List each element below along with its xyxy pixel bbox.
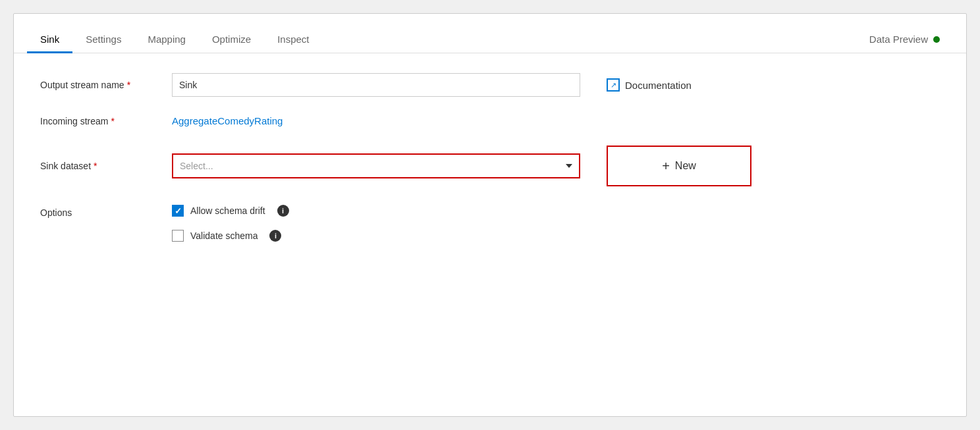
data-preview-label: Data Preview <box>869 34 928 45</box>
output-stream-input[interactable] <box>172 73 580 97</box>
sink-dataset-control: Select... <box>172 153 580 178</box>
sink-dataset-row: Sink dataset* Select... + New <box>40 146 940 186</box>
sink-dataset-select-wrapper: Select... <box>172 153 580 178</box>
validate-schema-row: Validate schema i <box>172 230 289 242</box>
incoming-stream-control: AggregateComedyRating <box>172 115 580 127</box>
tab-bar: Sink Settings Mapping Optimize Inspect D… <box>14 14 966 53</box>
required-star-sink: * <box>94 161 97 171</box>
new-button-label: New <box>675 160 696 172</box>
right-panel-new: + New <box>607 146 751 186</box>
validate-schema-checkbox[interactable] <box>172 230 184 242</box>
sink-dataset-select[interactable]: Select... <box>172 153 580 178</box>
output-stream-row: Output stream name* Documentation <box>40 73 940 97</box>
options-label: Options <box>40 205 172 218</box>
allow-schema-drift-info-icon[interactable]: i <box>277 205 289 217</box>
documentation-link[interactable]: Documentation <box>607 78 692 92</box>
right-panel-doc: Documentation <box>607 78 692 92</box>
required-star-output: * <box>127 80 130 90</box>
documentation-label: Documentation <box>625 80 692 91</box>
tab-settings[interactable]: Settings <box>72 27 134 53</box>
output-stream-control <box>172 73 580 97</box>
required-star-incoming: * <box>111 116 114 126</box>
tab-data-preview[interactable]: Data Preview <box>856 27 953 53</box>
incoming-stream-value[interactable]: AggregateComedyRating <box>172 115 283 126</box>
status-dot <box>933 36 940 43</box>
allow-schema-drift-label: Allow schema drift <box>190 205 265 216</box>
content-area: Output stream name* Documentation Incomi… <box>14 53 966 416</box>
options-controls: ✓ Allow schema drift i Validate schema i <box>172 205 289 242</box>
sink-dataset-label: Sink dataset* <box>40 161 172 171</box>
plus-icon: + <box>662 159 670 174</box>
tab-sink[interactable]: Sink <box>27 27 72 53</box>
incoming-stream-row: Incoming stream* AggregateComedyRating <box>40 115 940 127</box>
external-link-icon <box>607 78 620 92</box>
main-container: Sink Settings Mapping Optimize Inspect D… <box>13 13 967 417</box>
validate-schema-label: Validate schema <box>190 230 258 241</box>
options-row: Options ✓ Allow schema drift i Validate … <box>40 205 940 242</box>
output-stream-label: Output stream name* <box>40 80 172 90</box>
tab-inspect[interactable]: Inspect <box>264 27 322 53</box>
validate-schema-info-icon[interactable]: i <box>269 230 281 242</box>
checkmark-icon: ✓ <box>175 207 182 215</box>
incoming-stream-label: Incoming stream* <box>40 116 172 126</box>
allow-schema-drift-row: ✓ Allow schema drift i <box>172 205 289 217</box>
allow-schema-drift-checkbox[interactable]: ✓ <box>172 205 184 217</box>
new-button[interactable]: + New <box>607 146 751 186</box>
tab-optimize[interactable]: Optimize <box>199 27 264 53</box>
tab-mapping[interactable]: Mapping <box>134 27 199 53</box>
